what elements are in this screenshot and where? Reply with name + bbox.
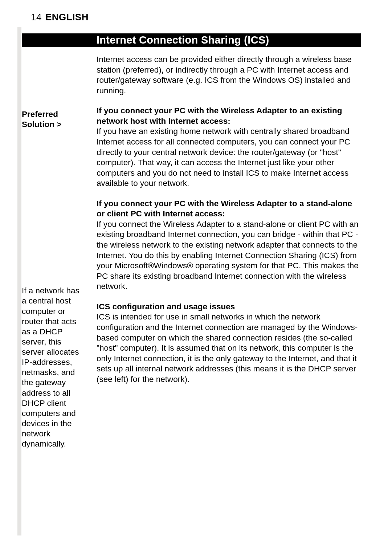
sidebar-stripe: [17, 27, 21, 535]
preferred-solution-note: Preferred Solution >: [22, 109, 86, 130]
section-body: If you connect the Wireless Adapter to a…: [97, 219, 361, 292]
language-label: ENGLISH: [45, 12, 89, 23]
dhcp-bold: DHCP: [40, 327, 62, 336]
section-heading: If you connect your PC with the Wireless…: [97, 106, 361, 126]
dhcp-sidebar-note: If a network has a central host computer…: [22, 286, 86, 449]
section-title: Internet Connection Sharing (ICS): [97, 34, 269, 46]
main-text-column: Internet access can be provided either d…: [97, 54, 361, 449]
section-heading: ICS configuration and usage issues: [97, 302, 361, 312]
page-header: 14ENGLISH: [31, 12, 89, 23]
content-area: Preferred Solution > If a network has a …: [22, 54, 361, 449]
section-heading: If you connect your PC with the Wireless…: [97, 199, 361, 219]
left-margin-column: Preferred Solution > If a network has a …: [22, 54, 97, 449]
section-ics-config: ICS configuration and usage issues ICS i…: [97, 302, 361, 385]
section-standalone-pc: If you connect your PC with the Wireless…: [97, 199, 361, 292]
section-body: ICS is intended for use in small network…: [97, 312, 361, 384]
section-body: If you have an existing home network wit…: [97, 126, 361, 188]
intro-paragraph: Internet access can be provided either d…: [97, 54, 361, 96]
page-number: 14: [31, 12, 42, 23]
section-existing-host: If you connect your PC with the Wireless…: [97, 106, 361, 189]
dhcp-note-post: server, this server allocates IP-address…: [22, 337, 79, 448]
page: 14ENGLISH Internet Connection Sharing (I…: [0, 0, 392, 554]
